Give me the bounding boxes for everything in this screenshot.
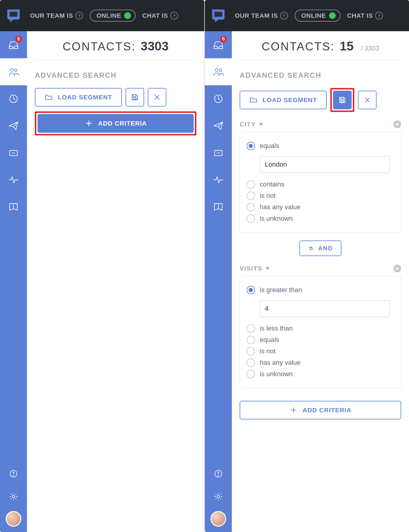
panel-before: OUR TEAM IS ? ONLINE CHAT IS ? 6 <box>0 0 204 532</box>
chevron-down-icon <box>259 123 263 126</box>
app-logo-icon <box>4 6 23 25</box>
criterion-label-text: CITY <box>240 121 256 128</box>
save-segment-button[interactable] <box>126 88 144 107</box>
help-icon[interactable]: ? <box>375 12 383 20</box>
sidebar-item-settings[interactable] <box>0 485 27 508</box>
sidebar-item-archive[interactable] <box>205 139 232 166</box>
load-segment-button[interactable]: LOAD SEGMENT <box>240 91 327 109</box>
contacts-total: / 3303 <box>361 44 379 52</box>
close-icon <box>153 93 161 101</box>
svg-point-15 <box>218 475 218 476</box>
svg-point-6 <box>13 475 14 476</box>
online-toggle[interactable]: ONLINE <box>90 10 135 22</box>
radio-is-not-2[interactable] <box>247 347 255 355</box>
contacts-header: CONTACTS: 3303 <box>35 31 196 60</box>
svg-rect-17 <box>341 101 344 102</box>
sidebar-item-settings[interactable] <box>205 485 232 508</box>
avatar[interactable] <box>6 511 21 527</box>
sidebar-item-docs[interactable] <box>205 193 232 220</box>
help-icon[interactable]: ? <box>170 12 178 20</box>
chat-status-label: CHAT IS <box>142 12 168 19</box>
save-segment-button[interactable] <box>333 91 352 109</box>
remove-criterion-button[interactable] <box>393 120 401 128</box>
add-criteria-button[interactable]: ADD CRITERIA <box>240 401 401 419</box>
sidebar-item-contacts[interactable] <box>205 58 232 85</box>
help-icon[interactable]: ? <box>75 12 83 20</box>
svg-point-2 <box>14 69 17 71</box>
clear-segment-button[interactable] <box>358 91 377 109</box>
plus-icon <box>84 119 93 128</box>
sidebar-item-send[interactable] <box>0 112 27 139</box>
criterion-city-label[interactable]: CITY <box>240 120 401 128</box>
svg-rect-0 <box>10 12 17 17</box>
contacts-header: CONTACTS: 15 / 3303 <box>240 31 401 60</box>
criterion-city-input[interactable] <box>260 156 389 173</box>
online-label: ONLINE <box>301 12 326 19</box>
save-icon <box>338 96 347 104</box>
radio-label: has any value <box>260 359 301 367</box>
sidebar-item-history[interactable] <box>205 85 232 112</box>
and-operator-button[interactable]: AND <box>299 240 341 256</box>
contacts-count: 3303 <box>141 39 168 53</box>
radio-label: is unknown <box>260 370 293 378</box>
radio-label: is not <box>260 347 276 355</box>
sidebar-item-inbox[interactable]: 6 <box>205 31 232 58</box>
radio-equals[interactable] <box>247 142 255 150</box>
swap-icon <box>308 245 314 252</box>
online-toggle[interactable]: ONLINE <box>295 10 340 22</box>
and-label: AND <box>318 245 333 252</box>
sidebar-item-help[interactable] <box>205 462 232 485</box>
topbar: OUR TEAM IS ? ONLINE CHAT IS ? <box>0 0 204 31</box>
clear-segment-button[interactable] <box>148 88 166 107</box>
radio-is-not[interactable] <box>247 192 255 200</box>
sidebar-item-docs[interactable] <box>0 193 27 220</box>
sidebar-item-send[interactable] <box>205 112 232 139</box>
inbox-badge: 6 <box>219 35 228 43</box>
radio-label: is not <box>260 192 276 200</box>
radio-less-than[interactable] <box>247 324 255 333</box>
sidebar-item-history[interactable] <box>0 85 27 112</box>
team-status-label: OUR TEAM IS <box>30 12 73 19</box>
svg-rect-9 <box>214 12 222 17</box>
contacts-label: CONTACTS: <box>62 40 136 53</box>
criterion-city-box: equals contains is not has any value is … <box>240 132 401 233</box>
radio-has-any-value-2[interactable] <box>247 358 255 367</box>
criterion-visits-label[interactable]: VISITS <box>240 264 401 272</box>
svg-point-1 <box>11 68 14 71</box>
section-title: ADVANCED SEARCH <box>240 71 401 80</box>
radio-is-unknown[interactable] <box>247 214 255 223</box>
panel-after: OUR TEAM IS ? ONLINE CHAT IS ? 6 <box>205 0 409 532</box>
chevron-down-icon <box>265 267 270 270</box>
avatar[interactable] <box>211 511 226 527</box>
criterion-visits-input[interactable] <box>260 300 389 317</box>
sidebar-item-activity[interactable] <box>0 166 27 193</box>
radio-contains[interactable] <box>247 180 255 189</box>
radio-label: equals <box>260 142 279 150</box>
sidebar-item-activity[interactable] <box>205 166 232 193</box>
sidebar-item-inbox[interactable]: 6 <box>0 31 27 58</box>
sidebar-item-contacts[interactable] <box>0 58 27 85</box>
radio-equals-2[interactable] <box>247 336 255 344</box>
sidebar-item-help[interactable] <box>0 462 27 485</box>
sidebar: 6 <box>0 31 27 532</box>
load-segment-label: LOAD SEGMENT <box>262 96 317 104</box>
svg-point-10 <box>215 68 218 71</box>
chat-status-label: CHAT IS <box>347 12 373 19</box>
inbox-badge: 6 <box>14 35 23 43</box>
app-logo-icon <box>209 6 228 25</box>
radio-has-any-value[interactable] <box>247 203 255 211</box>
add-criteria-label: ADD CRITERIA <box>98 120 147 127</box>
save-icon <box>131 93 139 101</box>
add-criteria-button[interactable]: ADD CRITERIA <box>38 114 194 133</box>
help-icon[interactable]: ? <box>280 12 288 20</box>
criterion-label-text: VISITS <box>240 265 262 272</box>
remove-criterion-button[interactable] <box>393 264 401 272</box>
radio-greater-than[interactable] <box>247 286 255 294</box>
sidebar: 6 <box>205 31 232 532</box>
radio-is-unknown-2[interactable] <box>247 370 255 378</box>
close-icon <box>363 96 371 104</box>
sidebar-item-archive[interactable] <box>0 139 27 166</box>
online-label: ONLINE <box>96 12 121 19</box>
radio-label: contains <box>260 180 284 188</box>
load-segment-button[interactable]: LOAD SEGMENT <box>35 88 122 107</box>
